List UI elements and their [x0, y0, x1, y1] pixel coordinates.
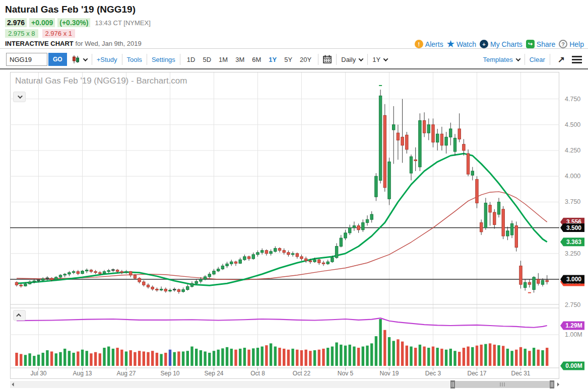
last-price: 2.976	[5, 18, 27, 27]
quote-row: 2.976 +0.009 (+0.30%) 13:43 CT [NYMEX]	[5, 18, 151, 27]
chevron-down-icon	[383, 56, 388, 61]
chart-date-label: for Wed, Jan 9th, 2019	[75, 40, 141, 47]
toolbar-separator	[318, 54, 318, 65]
range-button-6m[interactable]: 6M	[252, 56, 261, 63]
my-charts-link[interactable]: + My Charts	[480, 40, 522, 48]
scroll-left-arrow[interactable]	[12, 382, 14, 386]
bid-ask-row: 2.975 x 8 2.976 x 1	[5, 29, 75, 38]
svg-text:2.750: 2.750	[565, 301, 580, 308]
svg-text:1.29M: 1.29M	[565, 322, 582, 329]
price-axis-labels: 4.7504.5004.2504.0003.7503.2502.7501.00M	[565, 96, 582, 338]
chart-canvas-area[interactable]	[10, 72, 559, 379]
go-button[interactable]: GO	[48, 53, 67, 66]
chevron-down-icon	[83, 56, 88, 61]
chevron-down-icon	[359, 56, 364, 61]
plus-circle-icon: +	[480, 40, 488, 48]
ma-green-badge: 3.363	[560, 238, 584, 246]
header-divider	[0, 48, 588, 49]
add-study-button[interactable]: +Study	[97, 56, 117, 63]
star-icon: ★	[447, 39, 454, 49]
header-links: ! Alerts ★ Watch + My Charts ↪ Share ? H…	[415, 39, 584, 49]
scroll-right-arrow[interactable]	[557, 382, 559, 386]
ma-red-badge: 3.556	[560, 218, 584, 226]
alert-icon: !	[415, 40, 423, 48]
scrollbar-handle[interactable]	[550, 380, 554, 388]
toolbar-separator	[92, 54, 92, 65]
share-icon: ↪	[526, 40, 535, 48]
svg-text:0.00M: 0.00M	[565, 362, 582, 369]
collapse-volume-panel-button[interactable]	[13, 310, 26, 321]
horizontal-scrollbar[interactable]	[10, 380, 559, 388]
scrollbar-thumb[interactable]	[452, 381, 553, 388]
frequency-dropdown[interactable]: Daily	[341, 56, 363, 63]
templates-dropdown[interactable]: Templates	[483, 56, 519, 63]
toolbar-separator	[147, 54, 147, 65]
toolbar-separator	[180, 54, 180, 65]
axis-badges: 3.5563.5003.3632.9763.0001.29M0.00M	[560, 218, 584, 370]
chart-subtitle: INTERACTIVE CHART for Wed, Jan 9th, 2019	[5, 40, 142, 47]
svg-text:3.500: 3.500	[566, 224, 581, 231]
range-buttons: 1D5D1M3M6M1Y5Y20Y	[187, 56, 311, 63]
toolbar-separator	[367, 54, 368, 65]
hline-3500-badge: 3.500	[560, 223, 584, 232]
svg-text:3.363: 3.363	[566, 239, 581, 246]
range-button-20y[interactable]: 20Y	[300, 56, 311, 63]
range-button-1y[interactable]: 1Y	[269, 56, 277, 63]
svg-text:4.500: 4.500	[565, 121, 580, 128]
symbol-input[interactable]	[6, 53, 47, 66]
period-dropdown[interactable]: 1Y	[372, 56, 387, 63]
svg-text:4.000: 4.000	[565, 173, 580, 180]
tools-button[interactable]: Tools	[127, 56, 142, 63]
watch-link[interactable]: ★ Watch	[447, 39, 476, 49]
quote-time: 13:43 CT [NYMEX]	[95, 19, 150, 27]
expand-chart-icon[interactable]: ↗	[558, 54, 565, 65]
scrollbar-handle[interactable]	[450, 380, 455, 388]
candlestick-chart-icon	[72, 55, 80, 64]
toolbar-separator	[336, 54, 337, 65]
page-title: Natural Gas Feb '19 (NGG19)	[5, 4, 136, 15]
svg-text:3.556: 3.556	[566, 218, 581, 225]
interactive-chart-label: INTERACTIVE CHART	[5, 40, 74, 47]
toolbar-separator	[525, 54, 525, 65]
price-change: +0.009	[29, 18, 55, 27]
clear-button[interactable]: Clear	[530, 56, 545, 63]
collapse-price-panel-button[interactable]	[13, 92, 26, 102]
svg-text:3.250: 3.250	[565, 250, 580, 257]
toolbar-separator	[122, 54, 122, 65]
range-button-1d[interactable]: 1D	[187, 56, 195, 63]
range-button-3m[interactable]: 3M	[235, 56, 244, 63]
svg-text:4.250: 4.250	[565, 147, 580, 154]
chevron-up-icon	[16, 314, 21, 319]
bid-quote: 2.975 x 8	[5, 29, 38, 38]
share-link[interactable]: ↪ Share	[526, 40, 555, 48]
hline-3000-badge: 3.000	[560, 275, 584, 284]
calendar-button[interactable]	[323, 55, 332, 64]
alerts-link[interactable]: ! Alerts	[415, 40, 443, 48]
vol-last-badge: 0.00M	[560, 362, 584, 370]
chart-watermark-title: Natural Gas Feb '19 (NGG19) - Barchart.c…	[15, 76, 187, 86]
help-link[interactable]: ? Help	[559, 40, 584, 48]
settings-button[interactable]: Settings	[152, 56, 175, 63]
chevron-down-icon	[18, 94, 23, 99]
svg-text:3.000: 3.000	[566, 276, 581, 283]
range-button-5y[interactable]: 5Y	[284, 56, 292, 63]
svg-text:3.750: 3.750	[565, 198, 580, 205]
svg-text:2.976: 2.976	[566, 278, 581, 285]
range-button-5d[interactable]: 5D	[203, 56, 211, 63]
last-price-badge: 2.976	[560, 277, 584, 286]
range-button-1m[interactable]: 1M	[219, 56, 228, 63]
vol-ma-badge: 1.29M	[560, 322, 584, 330]
ask-quote: 2.976 x 1	[42, 29, 76, 38]
menu-icon[interactable]	[572, 56, 582, 63]
chevron-down-icon	[515, 56, 520, 61]
price-change-pct: (+0.30%)	[57, 18, 90, 27]
question-icon: ?	[559, 40, 567, 48]
volume-axis-label: 1.00M	[565, 331, 582, 338]
calendar-icon	[323, 55, 332, 64]
chart-type-dropdown[interactable]	[72, 55, 87, 64]
svg-text:4.750: 4.750	[565, 96, 580, 103]
toolbar-separator	[550, 54, 550, 65]
chart-toolbar: GO +Study Tools Settings 1D5D1M3M6M1Y5Y2…	[0, 50, 588, 69]
